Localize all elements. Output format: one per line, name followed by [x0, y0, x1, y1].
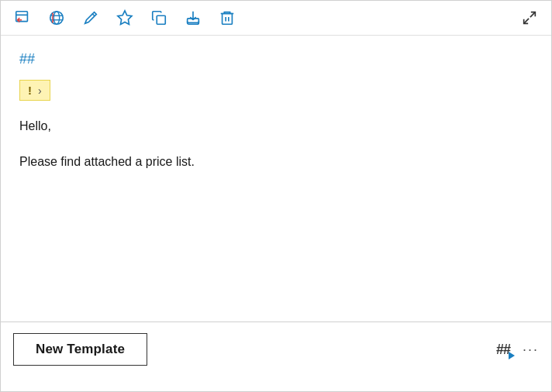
star-icon[interactable] [116, 9, 134, 27]
hash-heading: ## [19, 51, 533, 67]
globe-icon[interactable] [47, 9, 66, 27]
download-icon[interactable] [184, 9, 202, 27]
footer-right-actions: ## ··· [496, 342, 539, 358]
body-text: Hello, Please find attached a price list… [19, 116, 533, 171]
hash-play-button[interactable]: ## [496, 342, 510, 358]
edit-icon[interactable] [81, 9, 100, 27]
warning-expand-arrow: › [38, 84, 42, 97]
back-icon[interactable] [13, 9, 32, 27]
warning-exclamation: ! [28, 84, 32, 97]
body-line2: Please find attached a price list. [19, 152, 533, 172]
more-menu-button[interactable]: ··· [523, 342, 539, 358]
copy-icon[interactable] [150, 9, 168, 27]
svg-rect-5 [157, 15, 165, 24]
footer: New Template ## ··· [1, 322, 551, 377]
toolbar [1, 1, 551, 36]
svg-point-2 [53, 12, 59, 25]
svg-rect-7 [223, 14, 233, 25]
expand-icon[interactable] [520, 9, 539, 27]
delete-icon[interactable] [218, 9, 236, 27]
warning-box[interactable]: ! › [19, 80, 50, 101]
greeting-line: Hello, [19, 116, 533, 136]
toolbar-left [13, 9, 505, 27]
play-triangle-icon [509, 352, 515, 359]
content-area: ## ! › Hello, Please find attached a pri… [1, 36, 551, 322]
new-template-button[interactable]: New Template [13, 333, 147, 366]
main-content: ## ! › Hello, Please find attached a pri… [1, 36, 551, 377]
